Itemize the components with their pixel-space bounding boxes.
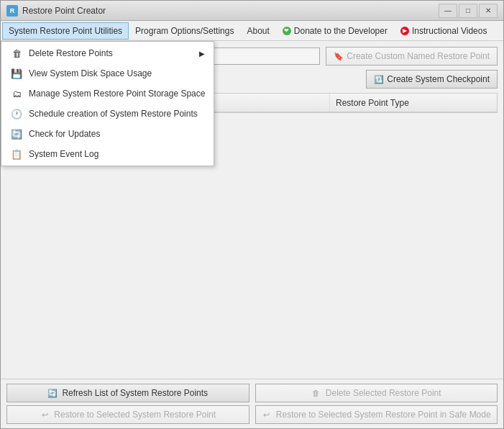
checkpoint-btn-icon: 🔃 <box>374 75 384 84</box>
dropdown-system-event-log[interactable]: 📋 System Event Log <box>1 144 214 164</box>
storage-icon: 🗂 <box>10 87 23 100</box>
restore-label: Restore to Selected System Restore Point <box>54 410 216 420</box>
video-icon: ▶ <box>400 27 409 35</box>
delete-icon: 🗑 <box>10 47 23 60</box>
dropdown-delete-label: Delete Restore Points <box>29 48 113 58</box>
refresh-label: Refresh List of System Restore Points <box>62 388 208 398</box>
create-custom-label: Create Custom Named Restore Point <box>347 51 490 61</box>
menu-instructional-videos[interactable]: ▶ Instructional Videos <box>394 22 494 40</box>
dropdown-updates-label: Check for Updates <box>29 129 100 139</box>
restore-safe-label: Restore to Selected System Restore Point… <box>276 410 491 420</box>
dropdown-view-disk-space[interactable]: 💾 View System Disk Space Usage <box>1 63 214 83</box>
close-button[interactable]: ✕ <box>479 4 498 18</box>
custom-btn-icon: 🔖 <box>334 52 344 61</box>
refresh-icon: 🔄 <box>47 388 58 398</box>
menu-about[interactable]: About <box>240 22 275 40</box>
checkpoint-label: Create System Checkpoint <box>387 74 490 84</box>
dropdown-delete-restore-points[interactable]: 🗑 Delete Restore Points ▶ <box>1 43 214 63</box>
main-window: R Restore Point Creator — □ ✕ System Res… <box>0 0 504 429</box>
title-bar: R Restore Point Creator — □ ✕ <box>1 1 503 21</box>
maximize-button[interactable]: □ <box>459 4 477 18</box>
col-type-header: Restore Point Type <box>330 94 497 112</box>
menu-donate-label: Donate to the Developer <box>294 26 388 36</box>
bottom-buttons: 🔄 Refresh List of System Restore Points … <box>1 379 503 428</box>
create-system-checkpoint-button[interactable]: 🔃 Create System Checkpoint <box>366 70 498 89</box>
menu-bar: System Restore Point Utilities Program O… <box>1 21 503 41</box>
donate-icon: ❤ <box>283 27 291 35</box>
schedule-icon: 🕐 <box>10 107 23 120</box>
menu-program-options[interactable]: Program Options/Settings <box>129 22 240 40</box>
log-icon: 📋 <box>10 148 23 161</box>
delete-selected-button[interactable]: 🗑 Delete Selected Restore Point <box>255 384 498 402</box>
create-custom-restore-point-button[interactable]: 🔖 Create Custom Named Restore Point <box>326 47 498 66</box>
update-icon: 🔄 <box>10 127 23 140</box>
menu-system-restore-label: System Restore Point Utilities <box>9 26 122 36</box>
bottom-row-1: 🔄 Refresh List of System Restore Points … <box>6 384 498 402</box>
restore-safe-mode-button[interactable]: ↩ Restore to Selected System Restore Poi… <box>255 405 498 424</box>
submenu-arrow: ▶ <box>199 50 205 58</box>
dropdown-schedule-label: Schedule creation of System Restore Poin… <box>29 109 198 119</box>
dropdown-menu: 🗑 Delete Restore Points ▶ 💾 View System … <box>1 41 214 166</box>
dropdown-schedule-creation[interactable]: 🕐 Schedule creation of System Restore Po… <box>1 104 214 124</box>
restore-selected-button[interactable]: ↩ Restore to Selected System Restore Poi… <box>6 405 249 424</box>
dropdown-disk-label: View System Disk Space Usage <box>29 68 152 78</box>
dropdown-manage-storage[interactable]: 🗂 Manage System Restore Point Storage Sp… <box>1 83 214 104</box>
menu-system-restore-utilities[interactable]: System Restore Point Utilities <box>2 22 129 40</box>
disk-icon: 💾 <box>10 67 23 80</box>
menu-about-label: About <box>247 26 269 36</box>
minimize-button[interactable]: — <box>439 4 457 18</box>
dropdown-log-label: System Event Log <box>29 149 98 159</box>
app-icon: R <box>6 5 18 17</box>
dropdown-check-updates[interactable]: 🔄 Check for Updates <box>1 124 214 144</box>
window-controls: — □ ✕ <box>439 4 498 18</box>
restore-icon: ↩ <box>40 410 50 420</box>
restore-safe-icon: ↩ <box>262 410 272 420</box>
menu-videos-label: Instructional Videos <box>412 26 487 36</box>
window-title: Restore Point Creator <box>22 6 439 16</box>
refresh-list-button[interactable]: 🔄 Refresh List of System Restore Points <box>6 384 249 402</box>
menu-program-options-label: Program Options/Settings <box>135 26 234 36</box>
dropdown-storage-label: Manage System Restore Point Storage Spac… <box>29 89 205 99</box>
delete-selected-label: Delete Selected Restore Point <box>326 388 441 398</box>
delete-selected-icon: 🗑 <box>311 388 321 398</box>
menu-donate[interactable]: ❤ Donate to the Developer <box>276 22 394 40</box>
bottom-row-2: ↩ Restore to Selected System Restore Poi… <box>6 405 498 424</box>
